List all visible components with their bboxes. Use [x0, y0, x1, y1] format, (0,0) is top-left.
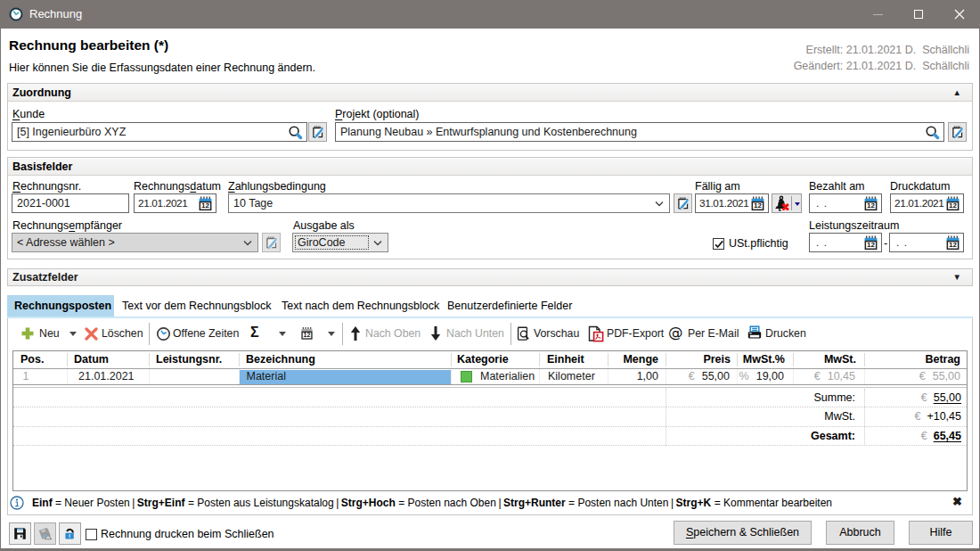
toolbar-nach-unten-button[interactable]: Nach Unten [446, 327, 504, 341]
druckdatum-input[interactable]: 21.01.2021 12 [890, 193, 964, 213]
row-preis[interactable]: €55,00 [689, 368, 730, 384]
ausgabe-als-select[interactable]: GiroCode [292, 233, 388, 252]
save-close-button[interactable]: Speichern & Schließen [674, 521, 812, 545]
save-template-button[interactable] [34, 522, 56, 545]
col-header-betrag[interactable]: Betrag [925, 351, 960, 368]
reminder-bell-button[interactable] [772, 193, 802, 213]
at-icon[interactable]: @ [668, 324, 683, 341]
preview-icon[interactable] [516, 326, 531, 341]
dropdown-icon[interactable] [795, 202, 800, 206]
calendar-icon[interactable]: 12 [198, 196, 213, 211]
col-header-kategorie[interactable]: Kategorie [457, 351, 509, 368]
row-bezeichnung[interactable]: Material [247, 368, 286, 384]
calendar-icon[interactable]: 12 [945, 235, 960, 251]
calendar-icon[interactable]: 12 [750, 196, 765, 211]
save-button[interactable] [9, 522, 31, 545]
col-header-einheit[interactable]: Einheit [547, 351, 584, 368]
divider [791, 196, 792, 210]
row-datum[interactable]: 21.01.2021 [78, 368, 135, 384]
kunde-input[interactable]: [5] Ingenieurbüro XYZ [12, 122, 307, 142]
col-header-preis[interactable]: Preis [703, 351, 731, 368]
summe-value: €55,00 [921, 389, 961, 407]
search-icon[interactable] [288, 125, 303, 140]
zahlungsbedingung-select[interactable]: 10 Tage [228, 193, 670, 213]
toolbar-neu-button[interactable]: Neu [39, 327, 60, 341]
tab-text-nach-rechnungsblock[interactable]: Text nach dem Rechnungsblock [282, 295, 439, 317]
titlebar[interactable]: Rechnung [0, 0, 980, 29]
clock-icon[interactable] [156, 326, 171, 341]
row-pos[interactable]: 1 [23, 368, 29, 384]
row-mwst[interactable]: €10,45 [814, 368, 855, 384]
row-menge[interactable]: 1,00 [637, 368, 658, 384]
col-header-datum[interactable]: Datum [74, 351, 109, 368]
kunde-edit-button[interactable] [308, 122, 327, 142]
collapse-down-icon[interactable]: ▼ [953, 273, 961, 282]
col-header-mwst[interactable]: MwSt. [824, 351, 856, 368]
faellig-am-input[interactable]: 31.01.2021 12 [695, 193, 769, 213]
col-separator [864, 353, 865, 366]
abbruch-button[interactable]: Abbruch [826, 521, 894, 545]
calendar-dropdown-icon[interactable] [328, 332, 335, 336]
hint-close-icon[interactable]: ✖ [952, 495, 962, 508]
col-header-mwst-pct[interactable]: MwSt.% [743, 351, 785, 368]
col-header-bezeichnung[interactable]: Bezeichnung [246, 351, 315, 368]
tab-rechnungsposten[interactable]: Rechnungsposten [7, 295, 114, 317]
col-header-leistungsnr[interactable]: Leistungsnr. [156, 351, 222, 368]
rechnungsdatum-input[interactable]: 21.01.2021 12 [134, 193, 216, 213]
toolbar-loeschen-button[interactable]: Löschen [102, 327, 143, 341]
col-header-pos[interactable]: Pos. [20, 351, 44, 368]
toolbar-nach-oben-button[interactable]: Nach Oben [365, 327, 421, 341]
projekt-input[interactable]: Planung Neubau » Entwurfsplanung und Kos… [335, 122, 944, 142]
text-hintbar-items-3-desc: = Posten nach Unten [568, 497, 668, 509]
toolbar-offene-zeiten-button[interactable]: Offene Zeiten [173, 327, 239, 341]
collapse-up-icon[interactable]: ▲ [953, 88, 961, 97]
neu-dropdown-icon[interactable] [69, 332, 77, 336]
leistungszeitraum-from-input[interactable]: . . 12 [809, 233, 882, 252]
rechnungsempfaenger-select[interactable]: < Adresse wählen > [12, 233, 258, 252]
calendar-icon[interactable]: 12 [863, 235, 878, 251]
minimize-button[interactable] [857, 0, 898, 29]
tab-text-vor-rechnungsblock[interactable]: Text vor dem Rechnungsblock [122, 295, 271, 317]
sigma-dropdown-icon[interactable] [279, 332, 286, 336]
row-einheit[interactable]: Kilometer [548, 368, 595, 384]
ust-pflichtig-checkbox[interactable] [713, 238, 724, 250]
bezahlt-am-input[interactable]: . . 12 [809, 193, 882, 213]
summe-label: Summe: [813, 389, 855, 407]
row-kategorie[interactable]: Materialien [480, 368, 535, 384]
maximize-button[interactable] [898, 0, 939, 29]
close-button[interactable] [939, 0, 980, 29]
tab-rechnungsposten-label: Rechnungsposten [14, 295, 111, 317]
toolbar-per-email-button[interactable]: Per E-Mail [688, 327, 739, 341]
hilfe-button[interactable]: Hilfe [909, 521, 973, 545]
calendar-icon[interactable]: 12 [945, 196, 960, 211]
toolbar-vorschau-button[interactable]: Vorschau [534, 327, 579, 341]
row-betrag[interactable]: €55,00 [919, 368, 960, 384]
printer-icon[interactable] [747, 325, 763, 341]
rechnungsnr-input[interactable]: 2021-0001 [12, 193, 129, 213]
text-hintbar-sep: | [334, 497, 341, 509]
delete-x-icon[interactable] [85, 327, 98, 341]
row-mwst-pct[interactable]: %19,00 [739, 368, 784, 384]
col-separator [608, 353, 608, 366]
zahlungsbedingung-edit-button[interactable] [674, 193, 692, 213]
print-on-close-checkbox[interactable] [86, 529, 97, 540]
leistungszeitraum-to-input[interactable]: . . 12 [889, 233, 964, 252]
text-table-summary-2-cur: € [921, 427, 927, 446]
toolbar-sigma-button[interactable]: Σ [250, 325, 259, 341]
calendar-icon[interactable]: 12 [863, 196, 878, 211]
group-zusatzfelder-header[interactable]: Zusatzfelder ▼ [7, 268, 973, 286]
rechnungsempfaenger-edit-button[interactable] [262, 233, 281, 252]
toolbar-drucken-button[interactable]: Drucken [765, 327, 806, 341]
group-zuordnung-header[interactable]: Zuordnung ▲ [8, 84, 972, 102]
col-separator [539, 353, 540, 366]
plus-icon[interactable] [20, 326, 35, 341]
calendar-gray-icon[interactable]: 12 [300, 326, 314, 341]
lock-button[interactable] [59, 522, 81, 545]
hint-bar: Einf = Neuer Posten|Strg+Einf = Posten a… [8, 491, 972, 514]
projekt-edit-button[interactable] [948, 122, 967, 142]
search-icon[interactable] [925, 125, 940, 140]
col-header-menge[interactable]: Menge [623, 351, 658, 368]
tab-benutzerdefinierte-felder[interactable]: Benutzerdefinierte Felder [447, 295, 572, 317]
toolbar-pdf-export-button[interactable]: PDF-Export [607, 327, 664, 341]
pdf-icon[interactable] [587, 325, 604, 342]
